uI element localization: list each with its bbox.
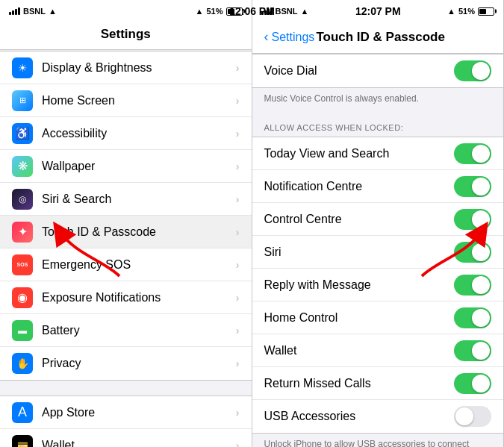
signal-icon (9, 7, 20, 15)
notification-centre-label: Notification Centre (264, 180, 455, 193)
right-carrier-name: BSNL (276, 7, 298, 16)
sidebar-item-battery[interactable]: ▬ Battery › (0, 314, 252, 347)
sidebar-item-exposure[interactable]: ◉ Exposure Notifications › (0, 281, 252, 314)
settings-group-1: ☀ Display & Brightness › ⊞ Home Screen ›… (0, 51, 252, 381)
location-icon: ▲ (196, 7, 204, 16)
battery-fill (228, 9, 234, 14)
usb-accessories-label: USB Accessories (264, 410, 455, 423)
right-location-icon: ▲ (447, 7, 455, 16)
today-view-item[interactable]: Today View and Search (252, 137, 504, 170)
usb-accessories-item[interactable]: USB Accessories (252, 400, 504, 433)
sidebar-item-accessibility[interactable]: ♿ Accessibility › (0, 117, 252, 150)
today-view-knob (472, 145, 490, 163)
chevron-icon: › (236, 193, 240, 205)
right-battery-percent: 51% (458, 7, 475, 16)
home-control-toggle[interactable] (454, 307, 491, 328)
voice-dial-toggle[interactable] (454, 60, 491, 81)
sidebar-item-touch-id[interactable]: ✦ Touch ID & Passcode › (0, 216, 252, 248)
return-calls-toggle[interactable] (454, 373, 491, 394)
left-settings-list: ☀ Display & Brightness › ⊞ Home Screen ›… (0, 50, 252, 447)
home-control-label: Home Control (264, 311, 455, 325)
sidebar-item-emergency-sos[interactable]: SOS Emergency SOS › (0, 248, 252, 281)
left-status-left: BSNL ▲ (9, 7, 57, 16)
siri-label: Siri & Search (42, 193, 236, 206)
battery-settings-icon: ▬ (12, 320, 33, 341)
carrier-name: BSNL (23, 7, 46, 16)
return-calls-label: Return Missed Calls (264, 377, 455, 390)
right-status-bar: BSNL ▲ 12:07 PM ▲ 51% (252, 0, 504, 21)
usb-accessories-toggle[interactable] (454, 406, 491, 427)
reply-message-item[interactable]: Reply with Message (252, 269, 504, 301)
right-panel-title: Touch ID & Passcode (314, 30, 447, 45)
wallet-icon: 💳 (12, 435, 33, 448)
chevron-icon: › (236, 62, 240, 74)
voice-dial-knob (472, 62, 490, 80)
siri-toggle[interactable] (454, 242, 491, 263)
home-screen-icon: ⊞ (12, 90, 33, 111)
privacy-icon: ✋ (12, 353, 33, 374)
home-control-item[interactable]: Home Control (252, 301, 504, 334)
touch-id-label: Touch ID & Passcode (42, 225, 236, 239)
sidebar-item-privacy[interactable]: ✋ Privacy › (0, 347, 252, 380)
today-view-toggle[interactable] (454, 143, 491, 164)
reply-message-toggle[interactable] (454, 275, 491, 296)
exposure-icon: ◉ (12, 287, 33, 308)
right-battery-icon (478, 7, 494, 16)
right-status-right: ▲ 51% (447, 7, 494, 16)
right-panel: BSNL ▲ 12:07 PM ▲ 51% ‹ Settings Touch I… (252, 0, 505, 447)
left-panel: BSNL ▲ 12:06 PM ▲ 51% Settings ☀ Display… (0, 0, 252, 447)
battery-icon (226, 7, 243, 16)
chevron-icon: › (236, 325, 240, 337)
wallet-toggle-label: Wallet (264, 344, 455, 357)
control-centre-label: Control Centre (264, 213, 455, 226)
wifi-icon: ▲ (49, 7, 57, 16)
right-time: 12:07 PM (355, 5, 401, 17)
sidebar-item-wallet[interactable]: 💳 Wallet › (0, 429, 252, 447)
notification-centre-knob (472, 178, 490, 196)
siri-toggle-label: Siri (264, 246, 455, 259)
chevron-icon: › (236, 407, 240, 419)
back-button[interactable]: ‹ Settings (264, 29, 315, 45)
back-chevron-icon: ‹ (264, 29, 269, 45)
exposure-label: Exposure Notifications (42, 291, 236, 304)
sidebar-item-app-store[interactable]: A App Store › (0, 396, 252, 429)
sidebar-item-home-screen[interactable]: ⊞ Home Screen › (0, 84, 252, 117)
return-calls-knob (472, 375, 490, 393)
wallpaper-label: Wallpaper (42, 160, 236, 173)
left-panel-header: Settings (0, 21, 252, 50)
battery-percent: 51% (206, 7, 223, 16)
control-centre-item[interactable]: Control Centre (252, 203, 504, 236)
siri-item[interactable]: Siri (252, 236, 504, 269)
usb-info-text: Unlock iPhone to allow USB accessories t… (252, 434, 504, 447)
wallpaper-icon: ❋ (12, 156, 33, 177)
return-calls-item[interactable]: Return Missed Calls (252, 367, 504, 400)
allow-access-section-label: ALLOW ACCESS WHEN LOCKED: (252, 111, 504, 137)
sidebar-item-wallpaper[interactable]: ❋ Wallpaper › (0, 150, 252, 183)
privacy-label: Privacy (42, 357, 236, 370)
voice-dial-item[interactable]: Voice Dial (252, 54, 504, 87)
accessibility-label: Accessibility (42, 127, 236, 140)
app-store-label: App Store (42, 406, 236, 419)
right-nav: ‹ Settings Touch ID & Passcode (252, 21, 504, 54)
notification-centre-toggle[interactable] (454, 176, 491, 197)
back-label: Settings (272, 31, 315, 44)
settings-group-2: A App Store › 💳 Wallet › 🔑 Passwords › (0, 396, 252, 447)
sidebar-item-display[interactable]: ☀ Display & Brightness › (0, 51, 252, 84)
notification-centre-item[interactable]: Notification Centre (252, 170, 504, 203)
access-toggles-group: Today View and Search Notification Centr… (252, 137, 504, 434)
siri-knob (472, 243, 490, 261)
chevron-icon: › (236, 292, 240, 304)
display-icon: ☀ (12, 57, 33, 78)
wallet-toggle-item[interactable]: Wallet (252, 334, 504, 367)
display-label: Display & Brightness (42, 61, 236, 75)
emergency-sos-icon: SOS (12, 254, 33, 275)
left-status-bar: BSNL ▲ 12:06 PM ▲ 51% (0, 0, 252, 21)
right-battery-fill (479, 9, 486, 14)
sidebar-item-siri[interactable]: ◎ Siri & Search › (0, 183, 252, 216)
today-view-label: Today View and Search (264, 147, 455, 160)
reply-message-knob (472, 276, 490, 294)
control-centre-toggle[interactable] (454, 209, 491, 230)
wallet-toggle[interactable] (454, 340, 491, 361)
wallet-knob (472, 342, 490, 360)
wallet-label: Wallet (42, 439, 236, 448)
